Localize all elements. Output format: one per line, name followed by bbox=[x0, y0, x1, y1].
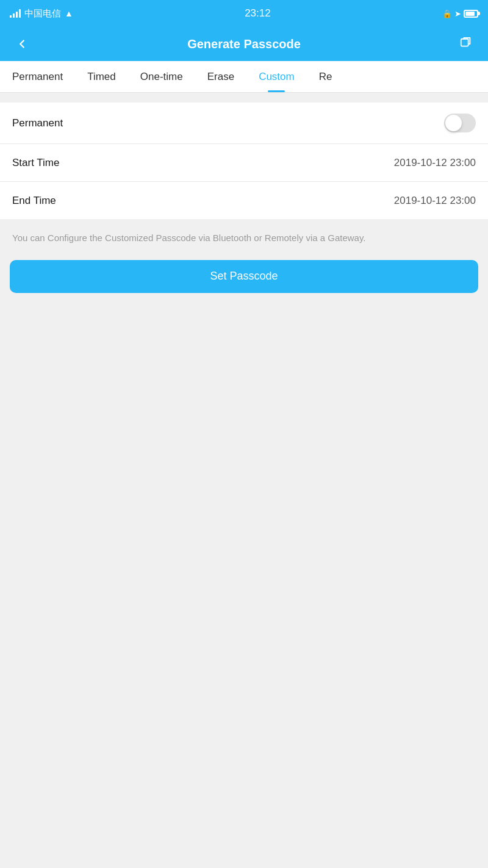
tab-timed[interactable]: Timed bbox=[75, 61, 128, 92]
start-time-label: Start Time bbox=[12, 157, 59, 169]
back-button[interactable] bbox=[10, 32, 34, 56]
permanent-row: Permanent bbox=[0, 103, 488, 143]
wifi-icon: ▲ bbox=[65, 9, 73, 18]
set-passcode-button[interactable]: Set Passcode bbox=[10, 260, 478, 293]
info-text: You can Configure the Customized Passcod… bbox=[0, 219, 488, 255]
status-bar-left: 中国电信 ▲ bbox=[10, 8, 73, 20]
svg-rect-0 bbox=[461, 39, 468, 46]
end-time-row[interactable]: End Time 2019-10-12 23:00 bbox=[0, 181, 488, 219]
status-time: 23:12 bbox=[245, 7, 271, 20]
status-bar: 中国电信 ▲ 23:12 🔒 ➤ bbox=[0, 0, 488, 27]
page-title: Generate Passcode bbox=[187, 37, 301, 51]
tab-one-time[interactable]: One-time bbox=[128, 61, 195, 92]
signal-icon bbox=[10, 9, 21, 18]
carrier-label: 中国电信 bbox=[24, 8, 61, 20]
end-time-label: End Time bbox=[12, 195, 56, 207]
battery-icon bbox=[464, 10, 478, 18]
toggle-knob bbox=[445, 115, 462, 131]
tab-permanent[interactable]: Permanent bbox=[0, 61, 75, 92]
settings-card: Permanent Start Time 2019-10-12 23:00 En… bbox=[0, 103, 488, 219]
permanent-label: Permanent bbox=[12, 117, 63, 129]
end-time-value: 2019-10-12 23:00 bbox=[394, 195, 476, 207]
tab-bar: Permanent Timed One-time Erase Custom Re bbox=[0, 61, 488, 93]
status-bar-right: 🔒 ➤ bbox=[442, 9, 478, 18]
tab-erase[interactable]: Erase bbox=[195, 61, 246, 92]
lock-icon: 🔒 bbox=[442, 9, 452, 18]
tab-custom[interactable]: Custom bbox=[246, 61, 307, 92]
tab-re[interactable]: Re bbox=[307, 61, 345, 92]
share-button[interactable] bbox=[454, 32, 478, 56]
content-area: Permanent Start Time 2019-10-12 23:00 En… bbox=[0, 93, 488, 315]
nav-bar: Generate Passcode bbox=[0, 27, 488, 61]
start-time-value: 2019-10-12 23:00 bbox=[394, 157, 476, 169]
permanent-toggle[interactable] bbox=[444, 114, 476, 132]
location-icon: ➤ bbox=[454, 9, 461, 18]
start-time-row[interactable]: Start Time 2019-10-12 23:00 bbox=[0, 143, 488, 181]
